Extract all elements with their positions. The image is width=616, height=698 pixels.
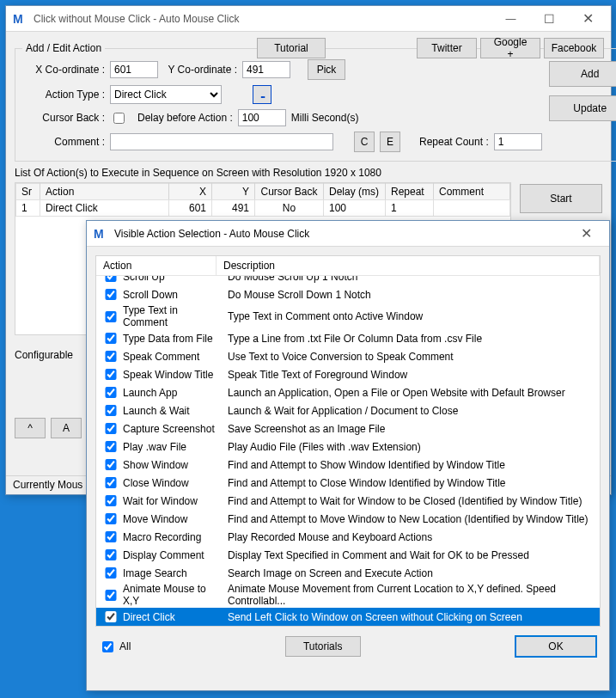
c-button[interactable]: C xyxy=(354,132,375,152)
list-item[interactable]: Wait for WindowFind and Attempt to Wait … xyxy=(96,492,600,510)
list-item-description: Play Recorded Mouse and Keyboard Actions xyxy=(224,531,595,543)
tutorials-button[interactable]: Tutorials xyxy=(285,636,361,657)
list-item-checkbox[interactable] xyxy=(105,567,117,579)
list-item-description: Find and Attempt to Show Window Identifi… xyxy=(224,459,595,471)
a-button[interactable]: A xyxy=(51,418,82,438)
google-plus-button[interactable]: Google + xyxy=(480,38,540,58)
x-input[interactable] xyxy=(110,61,158,78)
list-item[interactable]: Direct ClickSend Left Click to Window on… xyxy=(96,608,600,626)
list-item[interactable]: Animate Mouse to X,YAnimate Mouse Moveme… xyxy=(96,582,600,608)
list-item[interactable]: Move WindowFind and Attempt to Move Wind… xyxy=(96,510,600,528)
list-header: Action Description xyxy=(96,256,600,276)
comment-input[interactable] xyxy=(110,133,333,150)
list-item[interactable]: Speak Window TitleSpeak Title Text of Fo… xyxy=(96,365,600,383)
list-item-checkbox[interactable] xyxy=(105,549,117,560)
list-item-checkbox[interactable] xyxy=(105,611,117,622)
delay-label: Delay before Action : xyxy=(137,112,233,124)
col-delay[interactable]: Delay (ms) xyxy=(324,184,386,200)
add-button[interactable]: Add xyxy=(549,61,616,87)
list-item-checkbox[interactable] xyxy=(105,333,117,344)
list-item-checkbox[interactable] xyxy=(105,387,117,398)
action-selection-dialog: M Visible Action Selection - Auto Mouse … xyxy=(86,220,610,691)
update-button[interactable]: Update xyxy=(549,95,616,121)
delay-input[interactable] xyxy=(238,109,286,126)
action-type-select[interactable]: Direct Click xyxy=(110,85,222,104)
list-item-action: Scroll Down xyxy=(119,289,224,301)
list-item[interactable]: Type Data from FileType a Line from .txt… xyxy=(96,329,600,347)
list-item-action: Animate Mouse to X,Y xyxy=(119,583,224,607)
col-action[interactable]: Action xyxy=(40,184,169,200)
list-item[interactable]: Image SearchSearch Image on Screen and E… xyxy=(96,564,600,582)
list-item[interactable]: Play .wav FilePlay Audio File (Files wit… xyxy=(96,438,600,456)
close-button[interactable]: ✕ xyxy=(569,6,607,32)
col-sr[interactable]: Sr xyxy=(16,184,40,200)
repeat-count-input[interactable] xyxy=(494,133,542,150)
x-label: X Co-ordinate : xyxy=(22,64,105,76)
grid-header-row: Sr Action X Y Cursor Back Delay (ms) Rep… xyxy=(16,184,510,200)
list-item-checkbox[interactable] xyxy=(105,459,117,470)
action-type-ellipsis-button[interactable]: ... xyxy=(253,85,271,104)
minimize-button[interactable]: — xyxy=(491,6,530,32)
list-item[interactable]: Launch AppLaunch an Application, Open a … xyxy=(96,383,600,401)
dialog-close-button[interactable]: ✕ xyxy=(567,221,606,247)
list-item-action: Move Window xyxy=(119,513,224,525)
comment-label: Comment : xyxy=(22,136,105,148)
list-item[interactable]: Close WindowFind and Attempt to Close Wi… xyxy=(96,474,600,492)
app-icon: M xyxy=(94,227,107,241)
list-item-description: Speak Title Text of Foreground Window xyxy=(224,369,595,381)
list-item-checkbox[interactable] xyxy=(105,495,117,506)
list-item[interactable]: Show WindowFind and Attempt to Show Wind… xyxy=(96,456,600,474)
list-item-checkbox[interactable] xyxy=(105,423,117,434)
list-item-action: Direct Click xyxy=(119,611,224,623)
e-button[interactable]: E xyxy=(380,132,400,152)
all-checkbox[interactable] xyxy=(102,641,113,652)
col-comment[interactable]: Comment xyxy=(434,184,510,200)
list-item[interactable]: Scroll DownDo Mouse Scroll Down 1 Notch xyxy=(96,285,600,303)
grid-row[interactable]: 1 Direct Click 601 491 No 100 1 xyxy=(16,200,510,217)
list-item[interactable]: Macro RecordingPlay Recorded Mouse and K… xyxy=(96,528,600,546)
list-item-checkbox[interactable] xyxy=(105,477,117,488)
col-action[interactable]: Action xyxy=(96,256,217,275)
col-y[interactable]: Y xyxy=(212,184,255,200)
list-item-checkbox[interactable] xyxy=(105,369,117,380)
list-item[interactable]: Capture ScreenshotSave Screenshot as an … xyxy=(96,419,600,438)
action-list[interactable]: Action Description Up ArrowPress Up Arro… xyxy=(95,255,601,627)
col-cursor-back[interactable]: Cursor Back xyxy=(255,184,324,200)
list-item[interactable]: Display CommentDisplay Text Specified in… xyxy=(96,546,600,564)
cursor-back-label: Cursor Back : xyxy=(22,112,105,124)
facebook-button[interactable]: Facebook xyxy=(544,38,604,58)
delay-units: Milli Second(s) xyxy=(291,112,359,124)
y-label: Y Co-ordinate : xyxy=(163,64,237,76)
tutorial-button[interactable]: Tutorial xyxy=(257,38,326,58)
list-item-action: Type Text in Comment xyxy=(119,304,224,328)
cursor-back-checkbox[interactable] xyxy=(113,113,125,124)
list-item-action: Wait for Window xyxy=(119,495,224,507)
cell-cursor-back: No xyxy=(255,200,324,217)
maximize-button[interactable]: ☐ xyxy=(530,6,569,32)
pick-button[interactable]: Pick xyxy=(308,59,345,80)
list-item-checkbox[interactable] xyxy=(105,405,117,416)
y-input[interactable] xyxy=(242,61,290,78)
app-icon: M xyxy=(13,12,27,26)
list-item-action: Display Comment xyxy=(119,549,224,561)
list-item[interactable]: Speak CommentUse Text to Voice Conversio… xyxy=(96,347,600,365)
action-type-label: Action Type : xyxy=(22,89,105,101)
ok-button[interactable]: OK xyxy=(515,635,597,658)
list-item-checkbox[interactable] xyxy=(105,513,117,524)
list-item-checkbox[interactable] xyxy=(105,351,117,362)
list-item-checkbox[interactable] xyxy=(105,441,117,452)
list-item-checkbox[interactable] xyxy=(105,311,117,322)
start-button[interactable]: Start xyxy=(520,184,602,213)
list-item-checkbox[interactable] xyxy=(105,590,117,601)
list-item-description: Type Text in Comment onto Active Window xyxy=(224,310,595,322)
list-item-checkbox[interactable] xyxy=(105,531,117,542)
list-item-checkbox[interactable] xyxy=(105,289,117,300)
list-item[interactable]: Type Text in CommentType Text in Comment… xyxy=(96,303,600,329)
col-x[interactable]: X xyxy=(169,184,212,200)
caret-button[interactable]: ^ xyxy=(15,418,46,438)
col-description[interactable]: Description xyxy=(217,256,600,275)
col-repeat[interactable]: Repeat xyxy=(386,184,434,200)
twitter-button[interactable]: Twitter xyxy=(417,38,477,58)
all-checkbox-label[interactable]: All xyxy=(99,639,131,655)
list-item[interactable]: Launch & WaitLaunch & Wait for Applicati… xyxy=(96,401,600,419)
